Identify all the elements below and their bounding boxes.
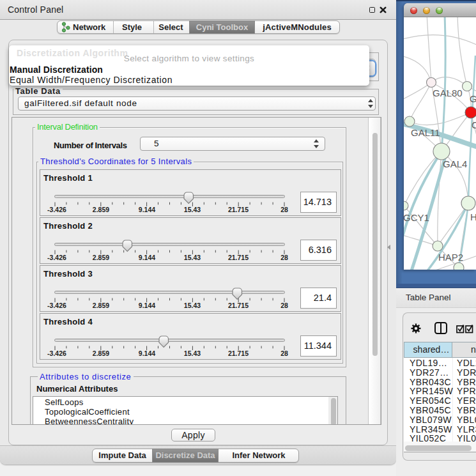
- svg-text:CY: CY: [472, 119, 476, 130]
- svg-text:GA: GA: [470, 93, 476, 104]
- svg-text:GAL11: GAL11: [411, 127, 440, 138]
- svg-text:HAP2: HAP2: [438, 252, 463, 263]
- svg-text:GAL80: GAL80: [433, 88, 463, 98]
- svg-text:GAL4: GAL4: [443, 158, 467, 169]
- svg-text:GCY1: GCY1: [404, 212, 429, 223]
- svg-text:HA: HA: [470, 211, 476, 222]
